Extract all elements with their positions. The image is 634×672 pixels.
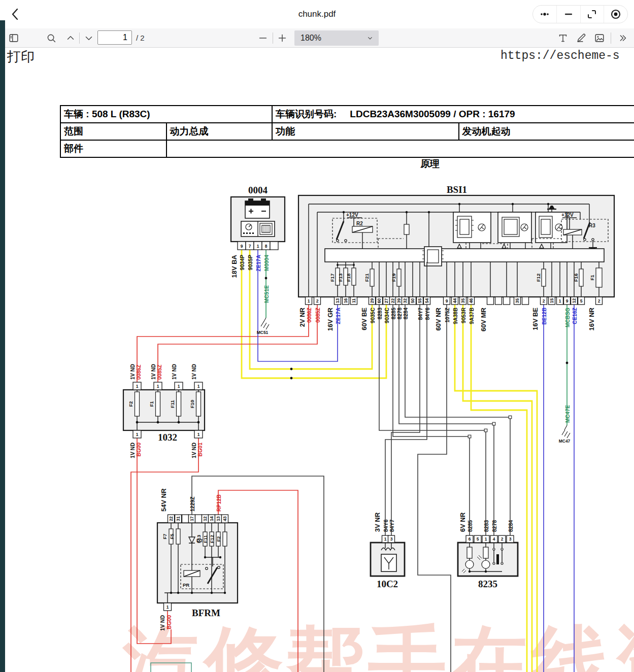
minimize-icon (562, 8, 575, 20)
component-id: BFRM (192, 608, 220, 618)
more-button[interactable] (533, 6, 556, 23)
bus-label: 1V ND (191, 443, 197, 458)
pin-number: 1 (136, 384, 139, 389)
component-id: 8235 (478, 579, 497, 589)
pin-number: 35 (460, 298, 465, 304)
pin-number: 1 (136, 432, 139, 437)
pin-number: 2 (598, 298, 600, 304)
pin-number: 7 (249, 244, 251, 249)
diode-label: D2 (196, 537, 203, 543)
pin-number: 2 (316, 298, 319, 304)
pin-number: 6 (469, 536, 471, 542)
title-bar: chunk.pdf (0, 0, 634, 28)
wire-label: 0086Z (306, 307, 312, 322)
wire-label: 9053R (460, 308, 466, 323)
zoom-out-button[interactable] (256, 31, 270, 45)
switch-module-component: 6 5 1 4 2 3 6V NR 8285 8283 8278 8284 82… (458, 512, 518, 589)
fuse-label: F1 (589, 275, 595, 281)
relay-label: R2 (356, 221, 363, 226)
wire-label: 84Y7 (389, 519, 395, 532)
bus-label: 1V ND (129, 443, 136, 458)
ground-wire-label: MC47E (564, 405, 571, 423)
pin-number: 17 (189, 516, 194, 521)
pin-number: 35 (515, 298, 520, 304)
table-row: 部件 (60, 140, 634, 157)
bus-label: 60V MR (480, 307, 487, 331)
vin-cell: 车辆识别号码:LDCB23A36M3005099 / OPR : 16179 (272, 106, 634, 123)
fuse-label: F12 (536, 274, 541, 282)
wiring-diagram: 9 7 1 8 0004 18V BA 9034P 9035P ZE17A M0… (0, 170, 634, 672)
toolbar-separator (273, 32, 273, 44)
pdf-toolbar: / 2 180% (0, 28, 634, 48)
bus-label: 1V ND (191, 364, 197, 380)
wire-label: 8284 (403, 308, 409, 320)
vehicle-info-table: 车辆 : 508 L (R83C) 车辆识别号码:LDCB23A36M30050… (60, 105, 634, 158)
relay-label: R3 (589, 223, 595, 228)
scope-value-cell: 动力总成 (166, 123, 273, 140)
vin-label: 车辆识别号码: (276, 109, 337, 119)
zoom-in-button[interactable] (276, 31, 289, 45)
voltage-label: +12V (561, 212, 574, 218)
zoom-level-value: 180% (294, 33, 366, 43)
wire-label: ZE17A (335, 308, 341, 324)
ground-label: MC47 (559, 439, 571, 444)
pin-number: 22 (169, 516, 174, 521)
wire-label: BG00 (166, 615, 172, 629)
wire-label: MCBSG (564, 308, 571, 327)
fuse-label: F17 (329, 274, 335, 282)
bus-label: 1V ND (159, 615, 165, 631)
fusebox-component: 1 1 1 1 1 1 F2 F1 F11 F10 1032 1V ND 1V … (123, 364, 205, 458)
fuse-label: F2 (128, 401, 134, 407)
wire-label: CE16Z (572, 307, 578, 324)
next-page-button[interactable] (82, 31, 95, 45)
wire-label: 9035P (247, 255, 253, 270)
maximize-button[interactable] (580, 6, 604, 23)
wire-label: 8285 (390, 308, 396, 320)
draw-tool-button[interactable] (575, 31, 588, 45)
target-button[interactable] (604, 6, 627, 23)
wire-label: 0085Z (156, 364, 162, 380)
antenna-component: 1 3 3V NR 84Y6 84Y7 10C2 (371, 512, 405, 589)
target-icon (609, 8, 622, 21)
image-tool-button[interactable] (593, 31, 606, 45)
fuse-label: F1 (149, 401, 154, 407)
pin-number: 27 (384, 298, 389, 304)
window-controls (532, 5, 628, 23)
pin-number: 11 (351, 298, 356, 303)
wire-label: 0086Z (136, 364, 142, 380)
plus-icon (277, 32, 288, 44)
bus-label: 18V BA (230, 254, 238, 278)
more-icon (538, 8, 552, 20)
wire-label: 8285 (467, 520, 473, 532)
text-tool-icon (557, 32, 569, 44)
page-number-input[interactable] (97, 30, 132, 45)
fuse-label: F2 (216, 536, 221, 542)
minimize-button[interactable] (556, 6, 580, 23)
pin-number: 12 (203, 516, 208, 521)
fuse-label: F7 (162, 533, 168, 539)
sidebar-toggle-button[interactable] (7, 31, 20, 45)
wire-label: 1075Z (444, 307, 450, 322)
zoom-level-select[interactable]: 180% (294, 30, 379, 46)
prev-page-button[interactable] (64, 31, 77, 45)
pin-number: 14 (209, 516, 214, 521)
bus-label: 1V ND (150, 364, 156, 380)
wire-label: 9A37B (469, 308, 475, 324)
wire-label: 8284 (508, 520, 514, 532)
text-tool-button[interactable] (556, 31, 570, 45)
wire-label: 84Y6 (383, 519, 389, 532)
component-id: 1032 (158, 432, 177, 443)
pin-number: 1 (178, 384, 180, 389)
bfrm-component: 22 31 17 12 14 13 43 54V NR 1229Z RP12B … (157, 488, 238, 631)
fuse-label: F13 (338, 274, 343, 282)
search-button[interactable] (45, 31, 58, 45)
fuse-label: F5 (169, 533, 175, 540)
bus-label: 16V NR (588, 307, 595, 330)
wire-label: 84Y6 (424, 308, 430, 320)
ground-wire-label: MC51E (263, 285, 270, 303)
bus-label: 16V GR (326, 307, 334, 331)
wire-label: ZE17A (255, 255, 261, 272)
more-tools-button[interactable] (616, 31, 629, 45)
app-window: chunk.pdf (0, 0, 634, 672)
fuse-label: F11 (203, 534, 208, 543)
